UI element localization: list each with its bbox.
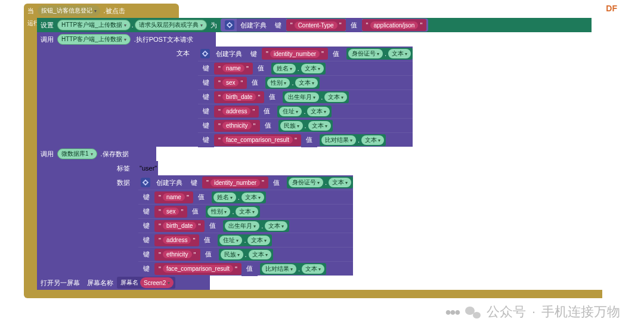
- create-dict-label: 创建字典: [153, 178, 186, 187]
- when-label: 当: [24, 7, 38, 16]
- wechat-icon: [465, 305, 481, 318]
- db-method: .保存数据: [97, 150, 132, 159]
- gear-icon[interactable]: [225, 20, 234, 30]
- gear-icon[interactable]: [141, 178, 150, 187]
- header-kv-row[interactable]: 键 "Content-Type" 值 "application/json": [270, 18, 427, 32]
- wechat-watermark: ●●● 公众号 · 手机连接万物: [445, 303, 620, 321]
- event-footer: [24, 290, 602, 298]
- event-trigger: .被点击: [100, 7, 129, 16]
- http-method: .执行POST文本请求: [131, 35, 197, 44]
- header-value[interactable]: "application/json": [362, 19, 427, 31]
- df-logo: DF: [606, 4, 617, 13]
- svg-point-1: [203, 52, 207, 55]
- svg-point-0: [228, 23, 231, 27]
- call-label: 调用: [37, 150, 57, 159]
- val-label: 值: [346, 18, 362, 32]
- screen-dropdown[interactable]: Screen2: [140, 277, 174, 288]
- db-component-dropdown[interactable]: 微数据库1: [57, 148, 97, 159]
- event-block[interactable]: 当 按钮_访客信息登记 .被点击 运行 设置 HTTP客户端_上传数据 . 请求…: [24, 4, 602, 298]
- open-screen-block[interactable]: 打开另一屏幕 屏幕名称 屏幕名 Screen2: [37, 276, 210, 290]
- run-label: 运行: [24, 18, 37, 27]
- screen-value-block[interactable]: 屏幕名 Screen2: [117, 277, 175, 289]
- db-save-block[interactable]: 调用 微数据库1 .保存数据 标签 数据 "user": [37, 147, 592, 276]
- tag-param-label: 标签: [113, 161, 134, 175]
- create-dict-label: 创建字典: [212, 49, 246, 58]
- set-headers-block[interactable]: 设置 HTTP客户端_上传数据 . 请求头双层列表或字典 为 创建字典 键 "C…: [37, 18, 592, 32]
- http-dict[interactable]: 创建字典 键 "identity_number" 值 身份证号.文本 键"nam…: [198, 47, 413, 147]
- dict-row[interactable]: 键 "identity_number" 值 身份证号.文本: [186, 175, 353, 190]
- to-label: 为: [207, 21, 221, 30]
- screen-param-label: 屏幕名称: [83, 279, 117, 287]
- http-component-dropdown[interactable]: HTTP客户端_上传数据: [57, 34, 131, 45]
- dict-row[interactable]: 键 "identity_number" 值 身份证号.文本: [246, 47, 413, 61]
- svg-point-2: [144, 181, 147, 184]
- gear-icon[interactable]: [200, 49, 210, 58]
- tag-value[interactable]: "user": [140, 165, 157, 172]
- db-dict[interactable]: 创建字典 键 "identity_number" 值 身份证号.文本 键"nam…: [138, 175, 353, 276]
- block-canvas[interactable]: 当 按钮_访客信息登记 .被点击 运行 设置 HTTP客户端_上传数据 . 请求…: [24, 4, 602, 298]
- set-component-dropdown[interactable]: HTTP客户端_上传数据: [57, 20, 131, 30]
- event-component-dropdown[interactable]: 按钮_访客信息登记: [38, 5, 100, 16]
- set-property-dropdown[interactable]: 请求头双层列表或字典: [135, 20, 207, 30]
- text-param-label: 文本: [173, 47, 193, 147]
- create-dict-label: 创建字典: [237, 18, 270, 32]
- dict-wrapper-headers[interactable]: 创建字典 键 "Content-Type" 值 "application/jso…: [221, 18, 429, 32]
- http-post-block[interactable]: 调用 HTTP客户端_上传数据 .执行POST文本请求 文本 创建字典: [37, 32, 592, 147]
- header-key[interactable]: "Content-Type": [286, 19, 346, 31]
- call-label: 调用: [37, 35, 57, 44]
- open-screen-label: 打开另一屏幕: [37, 279, 83, 287]
- key-label: 键: [270, 18, 286, 32]
- event-rail: 运行: [24, 18, 37, 290]
- data-param-label: 数据: [113, 175, 134, 190]
- set-label: 设置: [37, 21, 57, 30]
